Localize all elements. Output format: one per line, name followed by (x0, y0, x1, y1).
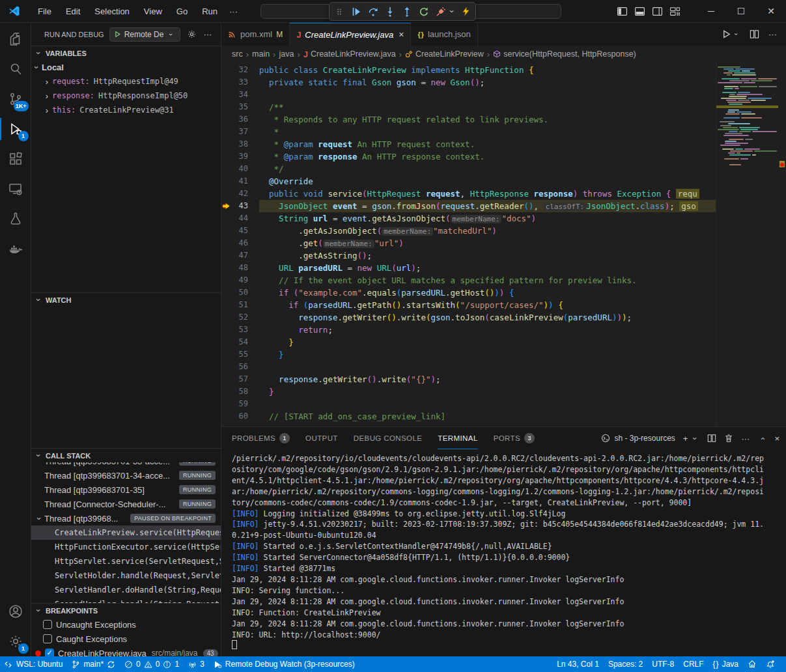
line-number[interactable]: 44 (236, 212, 259, 225)
run-java-button[interactable]: › (722, 29, 740, 39)
split-editor-icon[interactable] (750, 29, 759, 39)
notifications-bell-icon[interactable] (761, 656, 779, 672)
exception-breakpoint-row[interactable]: Caught Exceptions (31, 632, 221, 646)
line-number[interactable]: 53 (236, 324, 259, 336)
cursor-position[interactable]: Ln 43, Col 1 (552, 656, 604, 672)
remote-indicator[interactable]: WSL: Ubuntu (0, 656, 67, 672)
stack-frame[interactable]: HttpServlet.service(ServletRequest,S (31, 554, 221, 568)
call-stack-section-header[interactable]: ›CALL STACK (31, 448, 221, 462)
tab-pom-xml[interactable]: pom.xml M (221, 23, 290, 46)
panel-tab-ports[interactable]: PORTS3 (494, 427, 535, 449)
line-number[interactable]: 60 (236, 410, 259, 423)
line-number[interactable]: 59 (236, 398, 259, 410)
terminal-output[interactable]: /pierrick/.m2/repository/io/cloudevents/… (221, 449, 786, 656)
split-terminal-icon[interactable] (707, 434, 716, 443)
continue-button[interactable] (348, 4, 364, 20)
thread-row[interactable]: ›Thread [qtp39968...PAUSED ON BREAKPOINT (31, 511, 221, 525)
exception-checkbox[interactable] (43, 620, 52, 629)
close-button[interactable]: ✕ (756, 0, 786, 22)
breadcrumb-class[interactable]: CreateLinkPreview (405, 49, 484, 59)
hot-code-replace-icon[interactable] (458, 4, 473, 20)
panel-tab-debug-console[interactable]: DEBUG CONSOLE (354, 427, 423, 449)
restart-button[interactable] (416, 4, 432, 20)
debug-session-status[interactable]: Remote Debug Watch (3p-resources) (209, 656, 359, 672)
panel-tab-output[interactable]: OUTPUT (305, 427, 338, 449)
stack-frame[interactable]: HttpFunctionExecutor.service(HttpSer (31, 540, 221, 554)
activity-source-control-icon[interactable]: 1K+ (0, 84, 31, 114)
git-branch-status[interactable]: main* (67, 656, 120, 672)
menu-edit[interactable]: Edit (60, 5, 86, 18)
menu-file[interactable]: File (32, 5, 57, 18)
panel-tab-terminal[interactable]: TERMINAL (438, 427, 477, 449)
variable-row[interactable]: ›response:HttpResponseImpl@50 (31, 89, 221, 103)
step-over-button[interactable] (365, 4, 381, 20)
variable-row[interactable]: ›request:HttpRequestImpl@49 (31, 74, 221, 89)
activity-remote-explorer-icon[interactable] (0, 174, 31, 204)
maximize-panel-icon[interactable]: › (757, 434, 767, 443)
line-number[interactable]: 38 (236, 138, 259, 150)
customize-layout-icon[interactable] (669, 6, 681, 17)
line-number[interactable]: 58 (236, 385, 259, 398)
line-number[interactable]: 52 (236, 311, 259, 324)
exception-checkbox[interactable] (43, 634, 52, 643)
toolbar-grip-icon[interactable] (331, 4, 347, 20)
problems-status[interactable]: 0 0 1 (120, 656, 184, 672)
line-number[interactable]: 42 (236, 188, 259, 200)
variables-section-header[interactable]: ›VARIABLES (31, 46, 221, 60)
menu-run[interactable]: Run (196, 5, 223, 18)
stack-frame[interactable]: ServletHolder.handle(Request,Servlet (31, 568, 221, 583)
code-editor[interactable]: 32public class CreateLinkPreview impleme… (221, 63, 786, 427)
disconnect-button[interactable] (433, 4, 449, 20)
menu-go[interactable]: Go (171, 5, 193, 18)
maximize-button[interactable]: ☐ (726, 0, 756, 22)
line-number[interactable]: 36 (236, 113, 259, 126)
line-number[interactable]: 50 (236, 287, 259, 299)
close-panel-icon[interactable]: × (774, 434, 779, 443)
activity-search-icon[interactable] (0, 54, 31, 84)
activity-docker-icon[interactable] (0, 234, 31, 264)
disconnect-chevron-icon[interactable]: › (447, 7, 457, 16)
thread-row[interactable]: Thread [qtp399683701-33-acce...RUNNING (31, 462, 221, 468)
breakpoint-checkbox[interactable] (45, 649, 54, 656)
activity-extensions-icon[interactable] (0, 144, 31, 174)
kill-terminal-icon[interactable] (724, 434, 733, 443)
close-tab-icon[interactable]: × (399, 29, 404, 40)
line-number[interactable]: 39 (236, 150, 259, 163)
indentation-status[interactable]: Spaces: 2 (604, 656, 647, 672)
line-number[interactable]: 51 (236, 299, 259, 311)
breakpoints-section-header[interactable]: ›BREAKPOINTS (31, 603, 221, 617)
line-number[interactable]: 34 (236, 89, 259, 101)
line-number[interactable]: 37 (236, 126, 259, 138)
panel-tab-problems[interactable]: PROBLEMS1 (232, 427, 290, 449)
debug-current-line-icon[interactable] (221, 200, 236, 212)
exception-breakpoint-row[interactable]: Uncaught Exceptions (31, 617, 221, 632)
line-number[interactable]: 55 (236, 348, 259, 361)
breadcrumb-main[interactable]: main (252, 49, 270, 59)
menu-selection[interactable]: Selection (89, 5, 135, 18)
menu-view[interactable]: View (138, 5, 168, 18)
terminal-selector[interactable]: sh - 3p-resources (601, 434, 675, 443)
line-number[interactable]: 49 (236, 274, 259, 287)
debug-settings-gear-icon[interactable] (187, 29, 197, 39)
line-number[interactable]: 35 (236, 101, 259, 113)
tab-launch-json[interactable]: { } launch.json (411, 23, 477, 46)
line-number[interactable]: 47 (236, 249, 259, 262)
activity-explorer-icon[interactable] (0, 24, 31, 54)
stack-frame[interactable]: ServletHandler.doHandle(String,Reque (31, 583, 221, 597)
activity-testing-icon[interactable] (0, 204, 31, 234)
menu-overflow-icon[interactable]: ··· (223, 5, 244, 18)
activity-run-debug-icon[interactable]: 1 (0, 114, 31, 144)
step-out-button[interactable] (399, 4, 415, 20)
panel-more-actions-icon[interactable]: ··· (741, 434, 750, 443)
toggle-secondary-sidebar-icon[interactable] (652, 6, 663, 17)
toggle-panel-icon[interactable] (634, 6, 645, 17)
line-number[interactable]: 46 (236, 237, 259, 249)
views-more-actions-icon[interactable]: ··· (203, 29, 212, 39)
line-number[interactable]: 41 (236, 175, 259, 188)
line-number[interactable]: 45 (236, 225, 259, 237)
line-number[interactable]: 48 (236, 262, 259, 274)
line-number[interactable]: 33 (236, 76, 259, 89)
minimap[interactable] (716, 63, 778, 427)
toggle-primary-sidebar-icon[interactable] (617, 6, 628, 17)
line-number[interactable]: 57 (236, 373, 259, 385)
